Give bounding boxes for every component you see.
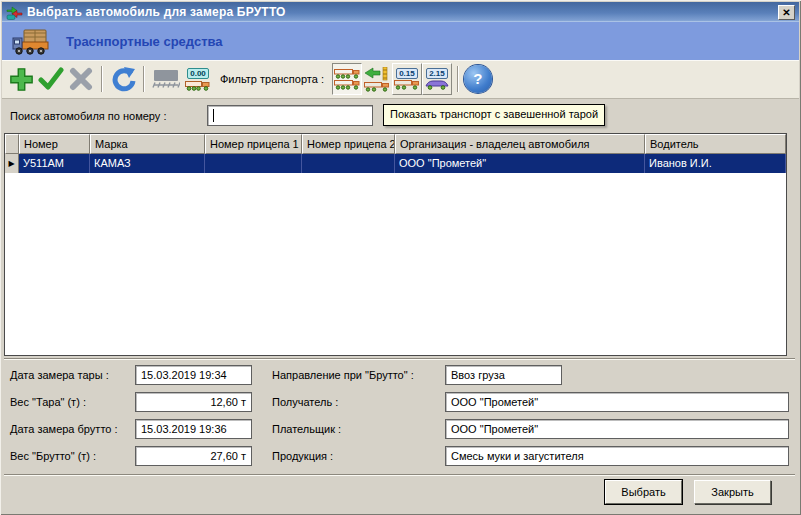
table-cell: [302, 154, 395, 173]
weigh-disabled-icon[interactable]: [150, 63, 182, 95]
payer-label: Плательщик :: [272, 423, 341, 435]
table-cell: У511АМ: [19, 154, 90, 173]
filter-label: Фильтр транспорта :: [220, 73, 324, 85]
tare-zero-icon[interactable]: 0.00: [182, 63, 214, 95]
truck-cargo-icon: [10, 25, 52, 57]
column-header[interactable]: Номер: [19, 134, 90, 154]
table-cell: Иванов И.И.: [645, 154, 786, 173]
column-header[interactable]: Марка: [90, 134, 205, 154]
table-row[interactable]: ▶У511АМКАМАЗООО "Прометей"Иванов И.И.: [5, 154, 786, 173]
filter-tare-weighed-icon[interactable]: 0.15: [392, 63, 422, 95]
row-selector-header: [5, 134, 19, 154]
tare-weight-label: Вес "Тара" (т) :: [10, 396, 86, 408]
filter-entered-icon[interactable]: [362, 63, 392, 95]
delete-icon-disabled[interactable]: [66, 63, 96, 95]
add-icon[interactable]: [6, 63, 36, 95]
product-field[interactable]: Смесь муки и загустителя: [445, 446, 789, 466]
tare-date-field[interactable]: 15.03.2019 19:34: [135, 365, 252, 385]
select-button[interactable]: Выбрать: [605, 480, 682, 504]
dialog-window: Выбрать автомобиль для замера БРУТТО ✕ Т…: [0, 0, 801, 515]
title-bar: Выбрать автомобиль для замера БРУТТО ✕: [2, 2, 799, 22]
column-header[interactable]: Водитель: [645, 134, 786, 154]
table-cell: КАМАЗ: [90, 154, 205, 173]
banner-title: Траснпортные средства: [66, 34, 223, 49]
search-label: Поиск автомобиля по номеру :: [10, 110, 166, 122]
gross-date-label: Дата замера брутто :: [10, 423, 118, 435]
toolbar: 0.00 Фильтр транспорта :: [2, 60, 799, 99]
search-input-wrap: [207, 105, 373, 126]
table-header-row: НомерМаркаНомер прицепа 1Номер прицепа 2…: [5, 134, 786, 154]
direction-label: Направление при "Брутто" :: [272, 369, 414, 381]
gross-date-field[interactable]: 15.03.2019 19:36: [135, 419, 252, 439]
tooltip: Показать транспорт с завешенной тарой: [383, 104, 605, 126]
direction-field[interactable]: Ввоз груза: [445, 365, 562, 385]
refresh-icon[interactable]: [108, 63, 138, 95]
toolbar-separator: [457, 66, 459, 92]
gross-weight-field[interactable]: 27,60 т: [135, 446, 252, 466]
column-header[interactable]: Организация - владелец автомобиля: [395, 134, 645, 154]
tare-weight-field[interactable]: 12,60 т: [135, 392, 252, 412]
divider: [4, 358, 795, 360]
close-button[interactable]: ✕: [778, 5, 795, 20]
confirm-icon[interactable]: [36, 63, 66, 95]
toolbar-separator: [143, 66, 145, 92]
header-banner: Траснпортные средства: [2, 22, 799, 60]
text-caret: [213, 109, 214, 122]
vehicles-table: НомерМаркаНомер прицепа 1Номер прицепа 2…: [4, 133, 787, 356]
row-selector-marker: ▶: [5, 154, 19, 173]
column-header[interactable]: Номер прицепа 1: [205, 134, 302, 154]
receiver-label: Получатель :: [272, 396, 338, 408]
receiver-field[interactable]: ООО "Прометей": [445, 392, 789, 412]
search-input[interactable]: [207, 105, 373, 126]
tare-date-label: Дата замера тары :: [10, 369, 109, 381]
filter-all-transport-icon[interactable]: [332, 63, 362, 95]
help-icon[interactable]: ?: [464, 65, 492, 93]
table-cell: ООО "Прометей": [395, 154, 645, 173]
toolbar-separator: [101, 66, 103, 92]
close-dialog-button[interactable]: Закрыть: [694, 480, 771, 504]
table-cell: [205, 154, 302, 173]
window-title: Выбрать автомобиль для замера БРУТТО: [27, 5, 286, 19]
column-header[interactable]: Номер прицепа 2: [302, 134, 395, 154]
weigh-direction-icon: [6, 5, 23, 20]
filter-gross-weighed-icon[interactable]: 2.15: [422, 63, 452, 95]
gross-weight-label: Вес "Брутто" (т) :: [10, 450, 96, 462]
product-label: Продукция :: [272, 450, 333, 462]
payer-field[interactable]: ООО "Прометей": [445, 419, 789, 439]
divider: [4, 474, 795, 476]
